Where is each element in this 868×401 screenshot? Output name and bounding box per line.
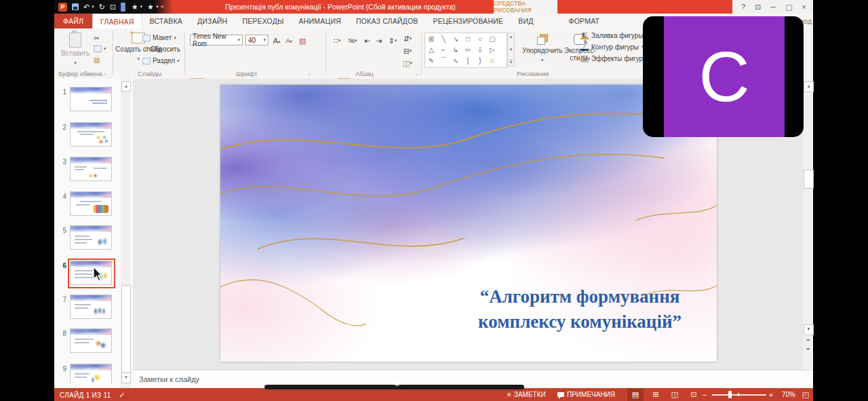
shape-oval-icon[interactable]: ○ [475,34,486,43]
paste-button[interactable]: Вставить▾ [61,33,90,66]
main-scroll-down-icon[interactable]: ▼ [804,324,814,335]
shape-textbox-icon[interactable]: ⊞ [426,34,437,43]
shape-elbow-arrow-icon[interactable]: ↳ [450,45,461,54]
shape-right-brace-icon[interactable]: } [475,56,486,65]
favorite-icon[interactable]: ★ [132,1,138,12]
align-text-button[interactable]: ⊟▾ [400,45,415,57]
shape-line-icon[interactable]: ╲ [438,34,449,43]
main-scrollbar-thumb[interactable] [804,170,814,189]
restore-button[interactable]: ▢ [785,1,792,13]
tab-file[interactable]: ФАЙЛ [54,14,92,28]
section-button[interactable]: Раздел▾ [142,57,180,64]
shapes-gallery-scroll[interactable]: ▲▼▼ [507,33,515,66]
panel-scroll-up-icon[interactable]: ▲ [121,81,131,92]
favorite-dropdown-icon[interactable]: ▾ [140,4,143,9]
font-dialog-launcher-icon[interactable]: ⌟ [308,70,311,76]
layout-button[interactable]: Макет▾ [142,34,176,41]
favorite2-icon[interactable]: ★ [147,1,154,12]
notes-toggle-button[interactable]: ≡ ЗАМЕТКИ [507,388,546,401]
slide-thumbnail-5[interactable] [70,225,112,250]
shape-down-arrow-icon[interactable]: ⇩ [475,45,486,54]
shape-star-icon[interactable]: ☆ [487,56,498,65]
normal-view-button[interactable]: ▤ [627,388,644,401]
help-button[interactable]: ? [741,1,745,13]
comments-toggle-button[interactable]: ПРИМЕЧАНИЯ [557,388,615,401]
shape-triangle-icon[interactable]: △ [426,45,437,54]
slide-thumbnail-7[interactable] [70,294,112,319]
tab-slideshow[interactable]: ПОКАЗ СЛАЙДОВ [349,14,426,28]
shape-effects-button[interactable]: ❏ Эффекты фигуры [580,54,648,62]
fit-to-window-button[interactable]: ◰ [797,388,814,401]
undo-icon[interactable]: ↶ [83,1,90,12]
zoom-level[interactable]: 70% [782,388,795,401]
font-size-combo[interactable]: 40▾ [245,35,269,45]
shape-fill-button[interactable]: ◧ Заливка фигуры [580,31,643,39]
slide-thumbnail-4[interactable] [70,191,112,216]
reset-button[interactable]: ↺Сбросить [142,45,180,53]
shape-rectangle-icon[interactable]: □ [462,34,473,43]
paragraph-dialog-launcher-icon[interactable]: ⌟ [416,70,418,76]
cut-button[interactable]: ✂ [94,35,99,42]
spell-check-icon[interactable]: ✓ [119,391,126,400]
main-scroll-up-icon[interactable]: ▲ [804,81,814,92]
panel-scroll-down-icon[interactable]: ▼ [121,373,131,383]
redo-icon[interactable]: ↻ [99,1,105,12]
qat-customize-icon[interactable]: ≂ [160,4,164,9]
zoom-slider[interactable] [712,394,766,396]
favorite2-dropdown-icon[interactable]: ▾ [156,4,159,9]
slide-title[interactable]: “Алгоритм формування комплексу комунікац… [444,284,715,335]
clipboard-dialog-launcher-icon[interactable]: ⌟ [103,70,106,76]
format-painter-button[interactable]: ▨ [94,56,100,64]
numbering-button[interactable]: №▾ [346,35,359,47]
shape-left-brace-icon[interactable]: { [462,56,473,65]
shape-freeform-icon[interactable]: ✎ [426,56,437,65]
tab-animations[interactable]: АНИМАЦИЯ [292,14,349,28]
slide-thumbnail-3[interactable] [70,157,112,181]
shape-right-arrow-icon[interactable]: ⇨ [462,45,473,54]
previous-slide-button[interactable]: ⏶ [804,336,812,344]
font-name-combo[interactable]: Times New Rom▾ [190,35,243,45]
shape-arrow-icon[interactable]: ↘ [450,34,461,43]
slide-thumbnail-2[interactable] [70,122,112,147]
tab-insert[interactable]: ВСТАВКА [142,14,190,28]
close-button[interactable]: × [802,1,806,13]
bullets-button[interactable]: ∷▾ [331,35,343,47]
shape-rounded-rect-icon[interactable]: ▢ [487,34,498,43]
next-slide-button[interactable]: ⏷ [804,345,812,354]
text-direction-button[interactable]: ⇵▾ [400,33,415,45]
slide-thumbnail-1[interactable] [70,87,112,111]
clear-formatting-button[interactable]: ▧ [297,35,308,47]
shape-callout-icon[interactable]: ▷ [487,45,498,54]
line-spacing-button[interactable]: ⇕▾ [386,35,399,47]
tab-view[interactable]: ВИД [511,14,540,28]
slide-sorter-view-button[interactable]: ⊞ [648,388,664,401]
minimize-button[interactable]: ─ [770,1,776,13]
zoom-out-button[interactable]: − [700,388,709,401]
tab-design[interactable]: ДИЗАЙН [190,14,235,28]
ribbon-display-button[interactable]: ⊡ [755,1,761,13]
reading-view-button[interactable]: ◫ [667,388,683,401]
decrease-indent-button[interactable]: ⇤ [362,35,372,47]
touch-mode-icon[interactable]: ▊ [121,1,126,12]
shape-outline-button[interactable]: ╱ Контур фигуры▾ [580,43,644,51]
tab-format[interactable]: ФОРМАТ [561,14,608,28]
undo-dropdown-icon[interactable]: ▾ [92,4,94,9]
shrink-font-button[interactable]: А▾ [283,35,294,47]
slide-thumbnail-8[interactable] [70,328,112,353]
slide-thumbnail-9[interactable] [70,364,112,384]
shape-curve-icon[interactable]: ∿ [450,56,461,65]
zoom-slider-thumb[interactable] [728,391,732,398]
tab-transitions[interactable]: ПЕРЕХОДЫ [235,14,291,28]
zoom-in-button[interactable]: + [766,388,776,401]
convert-smartart-button[interactable]: ◫▾ [400,57,415,69]
copy-button[interactable]: ▾ [94,45,106,52]
slide-thumbnail-6-selected[interactable] [70,261,112,285]
save-icon[interactable] [72,3,79,10]
shape-elbow-icon[interactable]: ⌐ [438,45,449,54]
arrange-button[interactable]: Упорядочить▾ [522,34,563,64]
tab-review[interactable]: РЕЦЕНЗИРОВАНИЕ [426,14,511,28]
shape-arc-icon[interactable]: ⌒ [438,56,449,65]
tab-home[interactable]: ГЛАВНАЯ [92,14,142,28]
start-slideshow-icon[interactable]: ⊡ [110,1,116,12]
grow-font-button[interactable]: А▴ [271,35,282,47]
